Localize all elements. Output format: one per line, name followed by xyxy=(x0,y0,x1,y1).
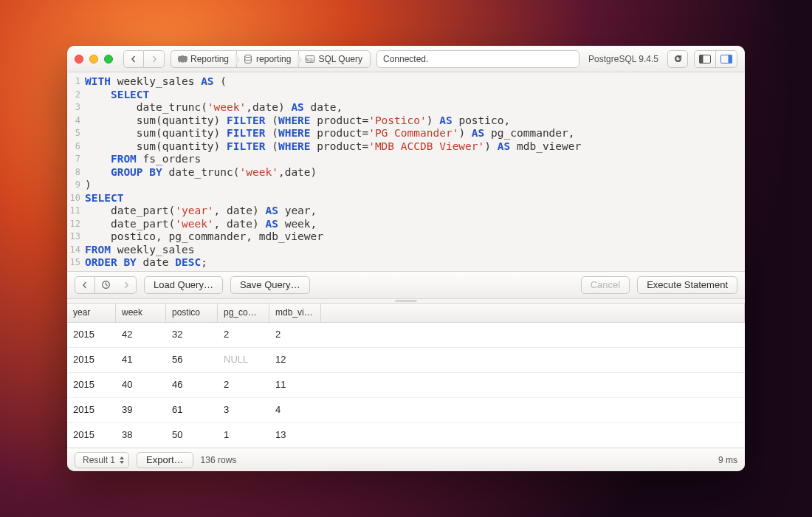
chevron-left-icon xyxy=(130,55,137,63)
history-button[interactable] xyxy=(95,276,116,294)
close-window-button[interactable] xyxy=(75,55,83,64)
sql-code[interactable]: WITH weekly_sales AS ( SELECT date_trunc… xyxy=(83,72,587,271)
table-cell: 1 xyxy=(218,423,269,448)
left-sidebar-toggle[interactable] xyxy=(694,50,716,68)
table-cell: 32 xyxy=(166,323,218,347)
cancel-button[interactable]: Cancel xyxy=(581,276,630,294)
table-cell: 2015 xyxy=(67,398,116,422)
nav-back-forward xyxy=(123,50,165,68)
table-cell: 42 xyxy=(116,323,166,347)
right-panel-icon xyxy=(720,55,732,64)
table-cell: 50 xyxy=(166,423,218,448)
svg-text:SQL: SQL xyxy=(306,57,314,61)
app-window: ReportingreportingSQLSQL Query Connected… xyxy=(67,46,745,471)
table-cell: 46 xyxy=(166,373,218,397)
svg-rect-6 xyxy=(729,55,732,63)
table-cell: 3 xyxy=(218,398,269,422)
breadcrumb-label: Reporting xyxy=(190,54,229,64)
export-button[interactable]: Export… xyxy=(137,452,193,468)
table-cell: 12 xyxy=(269,348,321,372)
reload-button[interactable] xyxy=(667,50,688,68)
window-controls xyxy=(75,55,113,64)
history-nav xyxy=(75,276,137,294)
query-toolbar: Load Query… Save Query… Cancel Execute S… xyxy=(67,271,745,299)
status-text: Connected. xyxy=(383,54,428,64)
db-version-label: PostgreSQL 9.4.5 xyxy=(585,54,661,64)
svg-point-0 xyxy=(245,55,252,58)
left-panel-icon xyxy=(699,55,711,64)
table-row[interactable]: 2015423222 xyxy=(67,323,745,348)
right-sidebar-toggle[interactable] xyxy=(716,50,737,68)
chevron-right-icon xyxy=(123,281,130,289)
table-cell: 2 xyxy=(218,373,269,397)
breadcrumb-label: reporting xyxy=(256,54,291,64)
table-cell: 61 xyxy=(166,398,218,422)
table-cell: 41 xyxy=(116,348,166,372)
timing-label: 9 ms xyxy=(718,455,737,465)
history-back-button[interactable] xyxy=(75,276,95,294)
back-button[interactable] xyxy=(123,50,144,68)
chevron-left-icon xyxy=(81,281,89,289)
table-cell: 56 xyxy=(166,348,218,372)
table-cell: 2015 xyxy=(67,423,116,448)
reload-icon xyxy=(673,54,683,64)
results-pane: yearweekposticopg_com…mdb_vie… 201542322… xyxy=(67,304,745,448)
table-cell: 38 xyxy=(116,423,166,448)
table-cell: 2015 xyxy=(67,323,116,347)
row-count-label: 136 rows xyxy=(201,455,237,465)
column-header[interactable]: year xyxy=(67,304,116,322)
table-row[interactable]: 20153850113 xyxy=(67,423,745,448)
connection-status: Connected. xyxy=(376,50,579,68)
zoom-window-button[interactable] xyxy=(104,55,113,64)
breadcrumbs: ReportingreportingSQLSQL Query xyxy=(171,50,371,68)
column-header[interactable]: mdb_vie… xyxy=(269,304,321,322)
save-query-button[interactable]: Save Query… xyxy=(230,276,310,294)
clock-icon xyxy=(101,280,111,290)
titlebar: ReportingreportingSQLSQL Query Connected… xyxy=(67,46,745,72)
load-query-button[interactable]: Load Query… xyxy=(144,276,223,294)
table-row[interactable]: 20154046211 xyxy=(67,373,745,398)
table-cell: 2015 xyxy=(67,373,116,397)
history-forward-button[interactable] xyxy=(116,276,137,294)
results-body[interactable]: 201542322220154156NULL122015404621120153… xyxy=(67,323,745,448)
table-cell: 11 xyxy=(269,373,321,397)
chevron-right-icon xyxy=(151,55,158,63)
results-header: yearweekposticopg_com…mdb_vie… xyxy=(67,304,745,323)
svg-rect-4 xyxy=(700,55,703,63)
table-cell: 13 xyxy=(269,423,321,448)
table-row[interactable]: 2015396134 xyxy=(67,398,745,423)
execute-button[interactable]: Execute Statement xyxy=(637,276,737,294)
sidebar-toggle-group xyxy=(694,50,737,68)
breadcrumb-item[interactable]: SQLSQL Query xyxy=(298,50,371,68)
line-gutter: 123456789101112131415 xyxy=(67,72,83,271)
table-cell: NULL xyxy=(218,348,269,372)
table-cell: 4 xyxy=(269,398,321,422)
forward-button[interactable] xyxy=(144,50,165,68)
column-header[interactable]: pg_com… xyxy=(218,304,269,322)
column-header[interactable]: week xyxy=(116,304,166,322)
sql-editor[interactable]: 123456789101112131415 WITH weekly_sales … xyxy=(67,72,745,271)
result-set-select[interactable]: Result 1 xyxy=(75,452,129,468)
table-row[interactable]: 20154156NULL12 xyxy=(67,348,745,373)
status-bar: Result 1 Export… 136 rows 9 ms xyxy=(67,448,745,471)
table-cell: 39 xyxy=(116,398,166,422)
table-cell: 2015 xyxy=(67,348,116,372)
breadcrumb-item[interactable]: reporting xyxy=(236,50,298,68)
column-header[interactable]: postico xyxy=(166,304,218,322)
table-cell: 40 xyxy=(116,373,166,397)
breadcrumb-item[interactable]: Reporting xyxy=(171,50,236,68)
breadcrumb-label: SQL Query xyxy=(318,54,362,64)
minimize-window-button[interactable] xyxy=(89,55,98,64)
table-cell: 2 xyxy=(218,323,269,347)
table-cell: 2 xyxy=(269,323,321,347)
